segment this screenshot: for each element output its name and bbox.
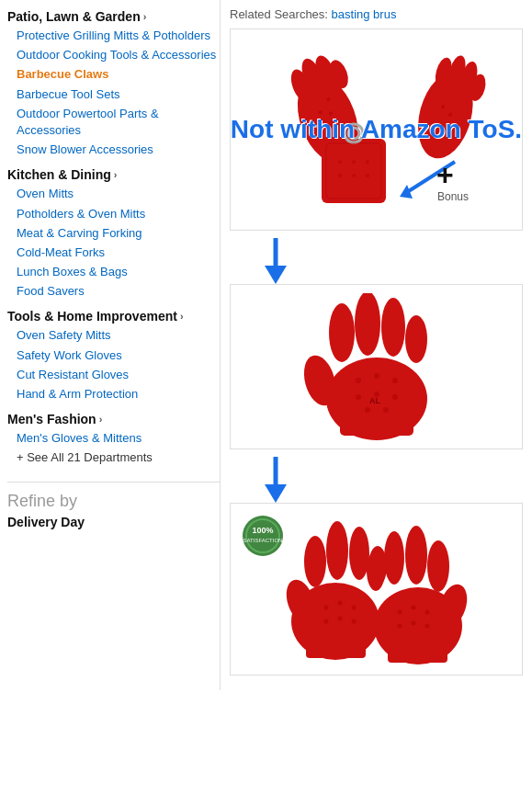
svg-point-25 [366, 174, 369, 177]
list-item: Food Savers [17, 283, 220, 300]
related-searches: Related Searches: basting brus [230, 7, 523, 21]
list-item: Protective Grilling Mitts & Potholders [17, 28, 220, 44]
list-item: Snow Blower Accessories [17, 142, 220, 158]
svg-point-24 [352, 174, 356, 177]
arrow-between-2-3 [230, 457, 523, 503]
svg-point-34 [355, 293, 380, 356]
sidebar-item-hand-arm-protection[interactable]: Hand & Arm Protection [17, 387, 138, 401]
sidebar-item-barbecue-tool-sets[interactable]: Barbecue Tool Sets [17, 87, 120, 101]
category-list-patio: Protective Grilling Mitts & Potholders O… [7, 28, 220, 158]
product-image-svg-1: + Bonus [257, 42, 496, 217]
list-item: Hand & Arm Protection [17, 386, 220, 403]
main-content: Related Searches: basting brus Not withi… [221, 0, 532, 690]
category-header-kitchen[interactable]: Kitchen & Dining › [7, 167, 220, 182]
svg-point-76 [424, 624, 429, 629]
product-card-2[interactable]: AL [230, 284, 523, 449]
svg-rect-59 [306, 632, 366, 658]
svg-point-61 [337, 601, 342, 606]
list-item: Outdoor Powertool Parts & Accessories [17, 106, 220, 139]
svg-point-39 [374, 373, 379, 379]
svg-point-64 [337, 617, 342, 621]
related-searches-label: Related Searches: [230, 7, 328, 21]
sidebar-item-outdoor-cooking[interactable]: Outdoor Cooking Tools & Accessories [17, 48, 216, 62]
svg-rect-16 [322, 139, 386, 203]
category-tools: Tools & Home Improvement › Oven Safety M… [7, 309, 220, 403]
chevron-right-icon: › [99, 414, 103, 425]
product-card-3[interactable]: 100% SATISFACTION [230, 503, 523, 676]
svg-point-74 [411, 606, 415, 610]
related-searches-link[interactable]: basting brus [332, 7, 397, 21]
chevron-right-icon: › [143, 11, 147, 22]
svg-point-22 [366, 160, 369, 164]
list-item: Outdoor Cooking Tools & Accessories [17, 47, 220, 63]
sidebar-item-grilling-mitts[interactable]: Protective Grilling Mitts & Potholders [17, 28, 210, 42]
svg-point-63 [323, 619, 328, 624]
svg-text:AL: AL [369, 396, 380, 405]
category-mens-fashion: Men's Fashion › Men's Gloves & Mittens +… [7, 412, 220, 466]
svg-point-38 [356, 378, 361, 383]
category-header-patio[interactable]: Patio, Lawn & Garden › [7, 9, 220, 24]
svg-point-78 [397, 624, 402, 629]
svg-point-56 [326, 521, 348, 580]
svg-point-36 [405, 315, 427, 363]
sidebar-item-snow-blower[interactable]: Snow Blower Accessories [17, 142, 153, 156]
product-image-svg-3 [266, 511, 487, 667]
list-item: + See All 21 Departments [17, 449, 220, 466]
list-item: Men's Gloves & Mittens [17, 430, 220, 447]
arrow-between-1-2 [230, 238, 523, 284]
svg-point-68 [427, 540, 449, 592]
sidebar: Patio, Lawn & Garden › Protective Grilli… [0, 0, 221, 690]
category-header-mens[interactable]: Men's Fashion › [7, 412, 220, 426]
svg-point-73 [424, 610, 429, 615]
svg-point-21 [352, 160, 356, 164]
sidebar-item-outdoor-powertool[interactable]: Outdoor Powertool Parts & Accessories [17, 107, 159, 137]
svg-point-65 [351, 619, 356, 624]
category-title-patio: Patio, Lawn & Garden [7, 9, 141, 24]
svg-point-20 [338, 160, 342, 164]
svg-point-60 [323, 606, 328, 610]
sidebar-item-oven-safety-mitts[interactable]: Oven Safety Mitts [17, 328, 111, 342]
svg-text:Bonus: Bonus [437, 190, 469, 203]
svg-point-70 [384, 531, 404, 585]
svg-point-43 [392, 394, 398, 400]
category-patio: Patio, Lawn & Garden › Protective Grilli… [7, 9, 220, 158]
svg-point-23 [338, 174, 342, 177]
category-list-tools: Oven Safety Mitts Safety Work Gloves Cut… [7, 327, 220, 403]
product-image-area-1: + Bonus [238, 38, 515, 221]
list-item: Cut Resistant Gloves [17, 367, 220, 383]
sidebar-item-cut-resistant[interactable]: Cut Resistant Gloves [17, 368, 129, 381]
svg-point-62 [351, 606, 356, 610]
category-title-tools: Tools & Home Improvement [7, 309, 177, 324]
product-image-svg-2: AL [276, 293, 478, 440]
category-list-mens: Men's Gloves & Mittens + See All 21 Depa… [7, 430, 220, 466]
chevron-right-icon: › [180, 311, 184, 322]
product-image-area-3 [238, 511, 515, 667]
sidebar-item-food-savers[interactable]: Food Savers [17, 284, 85, 298]
svg-point-45 [383, 407, 389, 413]
svg-marker-30 [265, 266, 287, 284]
page-container: Patio, Lawn & Garden › Protective Grilli… [0, 0, 532, 690]
svg-marker-48 [265, 484, 287, 503]
category-header-tools[interactable]: Tools & Home Improvement › [7, 309, 220, 324]
product-image-area-2: AL [238, 293, 515, 440]
list-item: Lunch Boxes & Bags [17, 264, 220, 280]
svg-point-40 [392, 378, 398, 383]
category-list-kitchen: Oven Mitts Potholders & Oven Mitts Meat … [7, 186, 220, 300]
sidebar-item-meat-carving[interactable]: Meat & Carving Forking [17, 226, 142, 240]
list-item: Meat & Carving Forking [17, 225, 220, 242]
sidebar-item-safety-work-gloves[interactable]: Safety Work Gloves [17, 348, 122, 362]
refine-title: Refine by [7, 492, 220, 511]
svg-point-41 [356, 394, 361, 400]
svg-point-77 [411, 621, 415, 626]
list-item: Safety Work Gloves [17, 347, 220, 364]
list-item: Cold-Meat Forks [17, 244, 220, 261]
sidebar-item-barbecue-claws[interactable]: Barbecue Claws [17, 67, 108, 81]
sidebar-item-mens-gloves[interactable]: Men's Gloves & Mittens [17, 431, 141, 445]
product-card-1[interactable]: Not within Amazon ToS. [230, 28, 523, 231]
sidebar-item-cold-meat-forks[interactable]: Cold-Meat Forks [17, 245, 105, 259]
sidebar-item-potholders[interactable]: Potholders & Oven Mitts [17, 207, 145, 221]
plus-sign-icon: + [436, 158, 454, 191]
sidebar-item-lunch-boxes[interactable]: Lunch Boxes & Bags [17, 265, 128, 278]
sidebar-item-see-all[interactable]: + See All 21 Departments [17, 450, 153, 464]
sidebar-item-oven-mitts[interactable]: Oven Mitts [17, 187, 74, 200]
